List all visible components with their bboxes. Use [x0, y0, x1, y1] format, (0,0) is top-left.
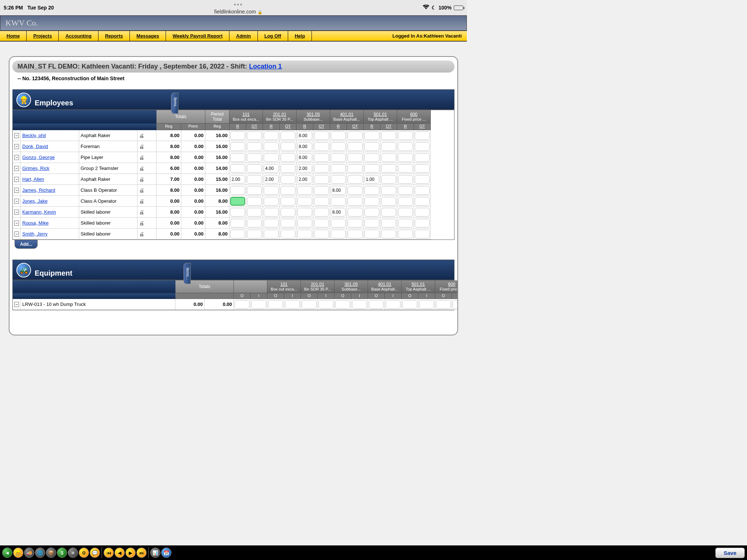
hours-input[interactable] [381, 164, 396, 173]
print-row-icon[interactable]: 🖨 [138, 130, 156, 141]
hours-input[interactable] [314, 164, 329, 173]
expand-toggle[interactable]: − [13, 299, 21, 310]
hours-input[interactable] [264, 219, 279, 228]
hours-input[interactable] [415, 175, 430, 184]
hours-input[interactable] [264, 164, 279, 173]
hours-input[interactable] [280, 164, 295, 173]
expand-toggle[interactable]: − [13, 218, 21, 229]
hours-input[interactable] [264, 208, 279, 217]
nav-messages[interactable]: Messages [130, 31, 166, 41]
employee-link[interactable]: Roosa, Mike [22, 220, 49, 226]
hours-input[interactable] [247, 219, 262, 228]
hours-input[interactable] [398, 208, 413, 217]
hours-input[interactable] [364, 197, 379, 206]
hours-input[interactable] [297, 131, 312, 140]
hours-input[interactable] [415, 230, 430, 238]
hours-input[interactable] [398, 219, 413, 228]
hours-input[interactable] [247, 186, 262, 195]
hours-input[interactable] [364, 186, 379, 195]
hours-input[interactable] [381, 153, 396, 162]
hours-input[interactable] [364, 230, 379, 238]
cost-code-link[interactable]: 101 [280, 282, 287, 287]
hours-input[interactable] [415, 164, 430, 173]
hours-input[interactable] [297, 142, 312, 151]
print-row-icon[interactable]: 🖨 [138, 152, 156, 163]
hours-input[interactable] [348, 230, 363, 238]
eq-hours-input[interactable] [352, 300, 367, 309]
cost-code-link[interactable]: 101 [242, 112, 249, 117]
hours-input[interactable] [398, 142, 413, 151]
hours-input[interactable] [398, 230, 413, 238]
add-employee-button[interactable]: Add... [15, 240, 38, 249]
hours-input[interactable] [348, 131, 363, 140]
hours-input[interactable] [348, 142, 363, 151]
hours-input[interactable] [398, 131, 413, 140]
print-row-icon[interactable]: 🖨 [138, 207, 156, 218]
expand-toggle[interactable]: − [13, 229, 21, 240]
expand-toggle[interactable]: − [13, 207, 21, 218]
hours-input[interactable] [280, 142, 295, 151]
hours-input[interactable] [381, 186, 396, 195]
employee-link[interactable]: Gonzo, George [22, 155, 55, 160]
hours-input[interactable] [247, 131, 262, 140]
cost-code-link[interactable]: 401.01 [340, 112, 353, 117]
eq-hours-input[interactable] [402, 300, 417, 309]
hours-input[interactable] [297, 197, 312, 206]
hours-input[interactable] [314, 186, 329, 195]
hours-input[interactable] [364, 131, 379, 140]
hours-input[interactable] [280, 131, 295, 140]
hours-input[interactable] [314, 197, 329, 206]
hours-input[interactable] [230, 186, 245, 195]
items-tab-eq[interactable]: Items... [183, 263, 191, 284]
eq-hours-input[interactable] [268, 300, 283, 309]
hours-input[interactable] [364, 164, 379, 173]
eq-hours-input[interactable] [369, 300, 384, 309]
hours-input[interactable] [415, 142, 430, 151]
hours-input[interactable] [297, 219, 312, 228]
hours-input[interactable] [264, 230, 279, 238]
hours-input[interactable] [297, 230, 312, 238]
hours-input[interactable] [314, 219, 329, 228]
hours-input[interactable] [415, 186, 430, 195]
cost-code-link[interactable]: 201.01 [273, 112, 286, 117]
hours-input[interactable] [398, 164, 413, 173]
eq-hours-input[interactable] [386, 300, 400, 309]
cost-code-link[interactable]: 301.05 [306, 112, 320, 117]
hours-input[interactable] [314, 131, 329, 140]
nav-projects[interactable]: Projects [27, 31, 59, 41]
hours-input[interactable] [381, 175, 396, 184]
hours-input[interactable] [247, 142, 262, 151]
hours-input[interactable] [381, 230, 396, 238]
hours-input[interactable] [331, 208, 346, 217]
hours-input[interactable] [364, 175, 379, 184]
hours-input[interactable] [230, 197, 245, 206]
print-row-icon[interactable]: 🖨 [138, 163, 156, 174]
hours-input[interactable] [331, 131, 346, 140]
hours-input[interactable] [415, 219, 430, 228]
hours-input[interactable] [280, 230, 295, 238]
nav-logoff[interactable]: Log Off [258, 31, 288, 41]
hours-input[interactable] [381, 208, 396, 217]
nav-weekly-payroll[interactable]: Weekly Payroll Report [166, 31, 229, 41]
hours-input[interactable] [381, 131, 396, 140]
eq-hours-input[interactable] [235, 300, 249, 309]
hours-input[interactable] [398, 175, 413, 184]
hours-input[interactable] [247, 230, 262, 238]
hours-input[interactable] [415, 153, 430, 162]
eq-hours-input[interactable] [285, 300, 300, 309]
print-row-icon[interactable]: 🖨 [138, 185, 156, 196]
hours-input[interactable] [264, 153, 279, 162]
hours-input[interactable] [297, 153, 312, 162]
employee-link[interactable]: Grimes, Rick [22, 166, 49, 171]
hours-input[interactable] [247, 175, 262, 184]
items-tab[interactable]: Items... [171, 93, 178, 114]
hours-input[interactable] [264, 186, 279, 195]
cost-code-link[interactable]: 501.01 [374, 112, 387, 117]
hours-input[interactable] [381, 219, 396, 228]
hours-input[interactable] [230, 153, 245, 162]
eq-hours-input[interactable] [453, 300, 458, 309]
hours-input[interactable] [381, 197, 396, 206]
hours-input[interactable] [314, 142, 329, 151]
hours-input[interactable] [348, 208, 363, 217]
hours-input[interactable] [364, 219, 379, 228]
